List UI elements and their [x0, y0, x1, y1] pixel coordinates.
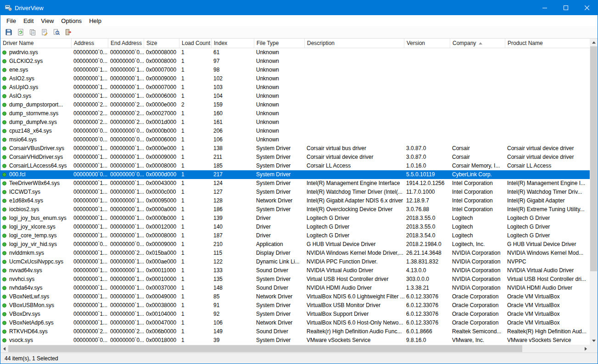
- table-row[interactable]: VBoxNetAdp6.sys00000000`1...00000000`1..…: [0, 319, 590, 327]
- properties-button[interactable]: [39, 27, 50, 37]
- table-row[interactable]: AsIO.sys00000000`1...00000000`1...0x0000…: [0, 92, 590, 101]
- table-row[interactable]: AsIO2.sys00000000`1...00000000`1...0x000…: [0, 74, 590, 83]
- vertical-scrollbar[interactable]: [590, 39, 598, 345]
- cell-file-type: Unknown: [254, 83, 305, 92]
- cell-load-count: 1: [179, 327, 212, 336]
- table-row[interactable]: VBoxNetLwf.sys00000000`1...00000000`1...…: [0, 292, 590, 301]
- table-row[interactable]: ene.sys00000000`1...00000000`1...0x00007…: [0, 66, 590, 74]
- cell-file-type: System Driver: [254, 301, 305, 310]
- table-row[interactable]: pwdrvio.sys00000000`0...00000000`0...0x0…: [0, 48, 590, 57]
- cell-index: 103: [212, 83, 254, 92]
- horizontal-scrollbar[interactable]: [0, 345, 590, 353]
- table-row[interactable]: vsock.sys00000000`0...00000000`0...0x000…: [0, 336, 590, 345]
- table-row[interactable]: CorsairVHidDriver.sys00000000`1...000000…: [0, 153, 590, 162]
- table-row[interactable]: VBoxUSBMon.sys00000000`1...00000000`1...…: [0, 301, 590, 310]
- vertical-scroll-thumb[interactable]: [590, 46, 597, 271]
- driver-status-icon: [2, 112, 6, 116]
- table-row[interactable]: logi_core_temp.sys00000000`1...00000000`…: [0, 231, 590, 240]
- table-row[interactable]: logi_joy_bus_enum.sys00000000`1...000000…: [0, 214, 590, 223]
- table-row[interactable]: GLCKIO2.sys00000000`0...00000000`0...0x0…: [0, 57, 590, 66]
- maximize-button[interactable]: [555, 0, 576, 15]
- cell-end-address: 00000000`0...: [108, 240, 144, 249]
- column-header-end-address[interactable]: End Address: [108, 39, 144, 48]
- table-row[interactable]: dump_dumpfve.sys00000000`2...00000000`2.…: [0, 118, 590, 127]
- column-header-company[interactable]: Company: [450, 39, 505, 48]
- cell-driver-name: dump_stornvme.sys: [0, 109, 72, 118]
- menu-file[interactable]: File: [3, 16, 20, 26]
- column-header-driver-name[interactable]: Driver Name: [0, 39, 72, 48]
- cell-index: 186: [212, 205, 254, 214]
- exit-button[interactable]: [63, 27, 73, 37]
- scroll-right-arrow[interactable]: [582, 345, 590, 353]
- table-row[interactable]: CorsairVBusDriver.sys00000000`1...000000…: [0, 144, 590, 153]
- cell-index: 106: [212, 135, 254, 144]
- table-row[interactable]: logi_joy_xlcore.sys00000000`1...00000000…: [0, 223, 590, 231]
- cell-product-name: Corsair virtual device driver: [505, 144, 590, 153]
- column-header-product-name[interactable]: Product Name: [505, 39, 591, 48]
- table-row[interactable]: VBoxDrv.sys00000000`1...00000000`1...0x0…: [0, 310, 590, 319]
- cell-load-count: 1: [179, 205, 212, 214]
- column-header-version[interactable]: Version: [404, 39, 450, 48]
- cell-size: 0x000ae000: [144, 258, 179, 266]
- table-row[interactable]: e1d68x64.sys00000000`1...00000000`1...0x…: [0, 196, 590, 205]
- column-header-load-count[interactable]: Load Count: [179, 39, 212, 48]
- table-row[interactable]: msio64.sys00000000`0...00000000`0...0x00…: [0, 135, 590, 144]
- menu-bar: File Edit View Options Help: [0, 15, 598, 26]
- menu-view[interactable]: View: [37, 16, 57, 26]
- column-header-file-type[interactable]: File Type: [254, 39, 305, 48]
- close-button[interactable]: [576, 0, 598, 15]
- cell-load-count: 1: [179, 301, 212, 310]
- table-row[interactable]: nvhda64v.sys00000000`1...00000000`1...0x…: [0, 284, 590, 292]
- cell-company: NVIDIA Corporation: [450, 266, 505, 275]
- table-row[interactable]: UcmCxUcsiNvppc.sys00000000`1...00000000`…: [0, 258, 590, 266]
- table-row[interactable]: logi_joy_vir_hid.sys00000000`0...0000000…: [0, 240, 590, 249]
- copy-button[interactable]: [27, 27, 38, 37]
- driver-status-icon: [2, 312, 6, 316]
- scroll-left-arrow[interactable]: [0, 345, 8, 353]
- refresh-button[interactable]: [15, 27, 26, 37]
- find-button[interactable]: [51, 27, 61, 37]
- table-row[interactable]: dump_stornvme.sys00000000`2...00000000`2…: [0, 109, 590, 118]
- menu-edit[interactable]: Edit: [20, 16, 37, 26]
- table-row[interactable]: dump_dumpstorport...00000000`2...0000000…: [0, 101, 590, 109]
- horizontal-scroll-thumb[interactable]: [8, 345, 522, 352]
- cell-size: 0x00049000: [144, 292, 179, 301]
- table-row-selected[interactable]: 000.fcl00000000`0...00000000`0...0x0000d…: [0, 170, 590, 179]
- column-header-index[interactable]: Index: [212, 39, 254, 48]
- cell-version: [404, 109, 450, 118]
- cell-driver-name: cpuz148_x64.sys: [0, 127, 72, 135]
- table-row[interactable]: iocbios2.sys00000000`1...00000000`1...0x…: [0, 205, 590, 214]
- cell-description: Intel(R) Overclocking Device Driver: [305, 205, 404, 214]
- table-row[interactable]: nvvad64v.sys00000000`1...00000000`1...0x…: [0, 266, 590, 275]
- cell-address: 00000000`1...: [72, 223, 108, 231]
- column-header-address[interactable]: Address: [72, 39, 108, 48]
- table-row[interactable]: RTKVHD64.sys00000000`2...00000000`2...0x…: [0, 327, 590, 336]
- driver-status-icon: [2, 269, 6, 273]
- table-row[interactable]: ICCWDT.sys00000000`1...00000000`1...0x00…: [0, 188, 590, 196]
- cell-product-name: Logitech G Driver: [505, 214, 590, 223]
- cell-address: 00000000`1...: [72, 92, 108, 101]
- menu-options[interactable]: Options: [57, 16, 85, 26]
- cell-address: 00000000`1...: [72, 292, 108, 301]
- cell-company: Corsair: [450, 144, 505, 153]
- scroll-down-arrow[interactable]: [590, 337, 598, 345]
- column-header-size[interactable]: Size: [144, 39, 179, 48]
- table-row[interactable]: AsUpIO.sys00000000`1...00000000`1...0x00…: [0, 83, 590, 92]
- save-button[interactable]: [3, 27, 14, 37]
- cell-product-name: Virtual USB Host Controller dri...: [505, 275, 590, 284]
- column-header-description[interactable]: Description: [305, 39, 404, 48]
- column-header-label: End Address: [111, 40, 142, 46]
- table-row[interactable]: TeeDriverW8x64.sys00000000`1...00000000`…: [0, 179, 590, 188]
- table-row[interactable]: nvlddmkm.sys00000000`1...00000000`2...0x…: [0, 249, 590, 258]
- table-row[interactable]: nvvhci.sys00000000`1...00000000`1...0x00…: [0, 275, 590, 284]
- minimize-button[interactable]: [534, 0, 555, 15]
- cell-end-address: 00000000`1...: [108, 266, 144, 275]
- cell-end-address: 00000000`1...: [108, 205, 144, 214]
- menu-help[interactable]: Help: [85, 16, 105, 26]
- table-row[interactable]: cpuz148_x64.sys00000000`0...00000000`0..…: [0, 127, 590, 135]
- driver-status-icon: [2, 321, 6, 325]
- cell-company: Intel Corporation: [450, 196, 505, 205]
- scroll-up-arrow[interactable]: [590, 39, 598, 46]
- cell-product-name: [505, 48, 590, 57]
- table-row[interactable]: CorsairLLAccess64.sys00000000`1...000000…: [0, 162, 590, 170]
